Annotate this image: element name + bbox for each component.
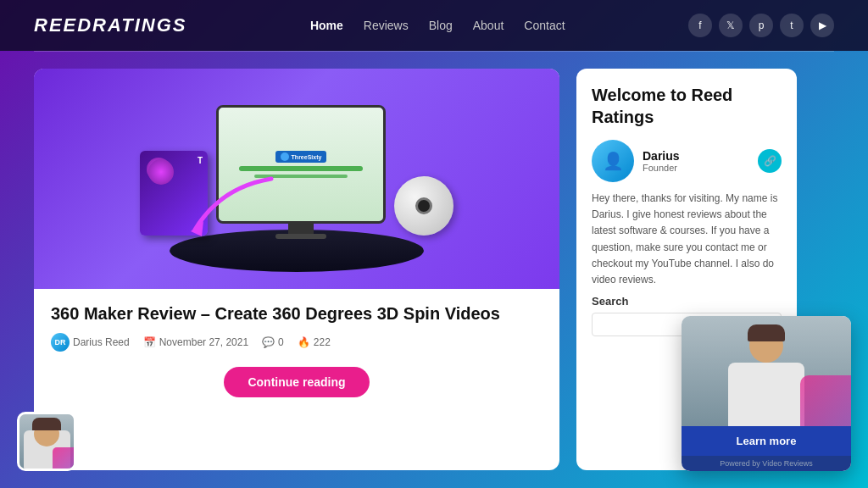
- header: ReedRatings Home Reviews Blog About Cont…: [0, 0, 868, 51]
- sidebar-welcome-title: Welcome to Reed Ratings: [592, 84, 782, 128]
- twitter-icon[interactable]: 𝕏: [719, 14, 743, 37]
- author-role: Founder: [643, 163, 749, 173]
- monitor-stand: [288, 224, 314, 234]
- author-info: Darius Founder: [643, 149, 749, 173]
- product-display: T ThreeSixty: [140, 105, 453, 252]
- nav-contact[interactable]: Contact: [524, 19, 565, 32]
- learn-more-button[interactable]: Learn more: [682, 426, 851, 456]
- article-card: T ThreeSixty: [34, 69, 559, 470]
- article-body: 360 Maker Review – Create 360 Degrees 3D…: [34, 289, 559, 470]
- main-nav: Home Reviews Blog About Contact: [310, 19, 565, 32]
- search-label: Search: [592, 295, 782, 308]
- nav-reviews[interactable]: Reviews: [364, 19, 409, 32]
- pinterest-icon[interactable]: p: [749, 14, 773, 37]
- author-link-button[interactable]: 🔗: [758, 149, 782, 173]
- video-pink-accent: [800, 375, 851, 426]
- video-thumbnail: [682, 316, 851, 426]
- product-box: T: [140, 151, 208, 236]
- logo: ReedRatings: [34, 14, 187, 36]
- view-count: 222: [314, 336, 331, 348]
- monitor: ThreeSixty: [216, 105, 386, 224]
- date-meta: 📅 November 27, 2021: [143, 336, 248, 348]
- social-icons-group: f 𝕏 p t ▶: [688, 14, 834, 37]
- nav-home[interactable]: Home: [310, 19, 343, 32]
- camera-sphere: [394, 176, 453, 236]
- powered-by-label: Powered by Video Reviews: [682, 456, 851, 471]
- bottom-left-avatar: [17, 412, 76, 471]
- comment-icon: 💬: [262, 336, 275, 348]
- article-image: T ThreeSixty: [34, 69, 559, 289]
- article-date: November 27, 2021: [159, 336, 248, 348]
- author-full-name: Darius: [643, 149, 749, 163]
- youtube-icon[interactable]: ▶: [810, 14, 834, 37]
- continue-reading-button[interactable]: Continue reading: [224, 367, 369, 397]
- comment-count: 0: [278, 336, 284, 348]
- nav-blog[interactable]: Blog: [429, 19, 453, 32]
- author-name: Darius Reed: [73, 336, 130, 348]
- author-meta: DR Darius Reed: [51, 333, 130, 352]
- avatar-pink-accent: [53, 447, 74, 469]
- monitor-base: [275, 234, 326, 239]
- tumblr-icon[interactable]: t: [780, 14, 804, 37]
- comments-meta: 💬 0: [262, 336, 284, 348]
- author-avatar-small: DR: [51, 333, 70, 352]
- calendar-icon: 📅: [143, 336, 156, 348]
- facebook-icon[interactable]: f: [688, 14, 712, 37]
- video-review-overlay[interactable]: Learn more Powered by Video Reviews: [682, 316, 851, 471]
- sidebar-description: Hey there, thanks for visiting. My name …: [592, 191, 782, 288]
- nav-about[interactable]: About: [473, 19, 504, 32]
- views-meta: 🔥 222: [298, 336, 331, 348]
- author-row: 👤 Darius Founder 🔗: [592, 140, 782, 182]
- author-avatar: 👤: [592, 140, 634, 182]
- fire-icon: 🔥: [298, 336, 310, 348]
- monitor-brand: ThreeSixty: [275, 151, 327, 163]
- article-title: 360 Maker Review – Create 360 Degrees 3D…: [51, 302, 542, 324]
- article-meta: DR Darius Reed 📅 November 27, 2021 💬 0 🔥…: [51, 333, 542, 352]
